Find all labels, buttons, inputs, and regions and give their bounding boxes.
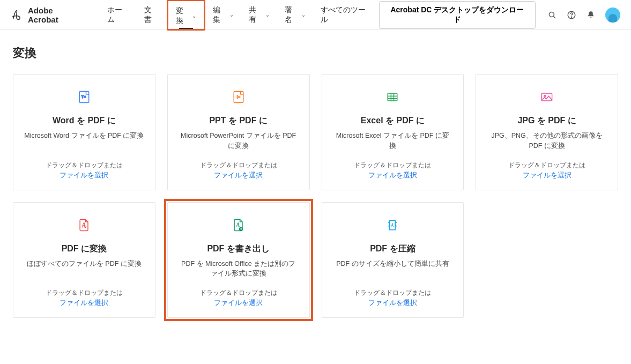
- card-to-pdf[interactable]: PDF に変換 ほぼすべてのファイルを PDF に変換 ドラッグ＆ドロップまたは…: [13, 202, 155, 318]
- nav-active-indicator: [179, 28, 193, 29]
- download-desktop-button[interactable]: Acrobat DC デスクトップをダウンロード: [379, 1, 536, 29]
- select-file-link[interactable]: ファイルを選択: [330, 171, 456, 180]
- card-jpg-to-pdf[interactable]: JPG を PDF に JPG、PNG、その他の形式の画像を PDF に変換 ド…: [476, 74, 618, 190]
- brand-name: Adobe Acrobat: [28, 6, 84, 24]
- nav-share[interactable]: 共有⌄: [241, 1, 277, 29]
- card-desc: ほぼすべてのファイルを PDF に変換: [21, 259, 147, 269]
- card-ppt-to-pdf[interactable]: PPT を PDF に Microsoft PowerPoint ファイルを P…: [167, 74, 310, 190]
- chevron-down-icon: ⌄: [265, 12, 270, 18]
- svg-line-1: [553, 16, 555, 18]
- card-title: PPT を PDF に: [175, 115, 302, 127]
- card-title: PDF に変換: [21, 243, 147, 255]
- chevron-down-icon: ⌄: [301, 12, 306, 18]
- drag-hint: ドラッグ＆ドロップまたは: [330, 161, 456, 170]
- svg-point-3: [571, 17, 571, 17]
- drag-hint: ドラッグ＆ドロップまたは: [21, 161, 147, 170]
- acrobat-logo-icon: [11, 9, 23, 21]
- drag-hint: ドラッグ＆ドロップまたは: [484, 161, 610, 170]
- top-bar: Adobe Acrobat ホーム 文書 変換 ⌄ 編集⌄ 共有⌄ 署名⌄ すべ…: [0, 0, 631, 30]
- chevron-down-icon: ⌄: [192, 13, 196, 19]
- tool-grid: T≡ Word を PDF に Microsoft Word ファイルを PDF…: [13, 74, 618, 318]
- card-export-pdf[interactable]: PDF を書き出し PDF を Microsoft Office または別のファ…: [167, 202, 310, 318]
- nav-convert[interactable]: 変換 ⌄: [169, 3, 203, 26]
- drag-hint: ドラッグ＆ドロップまたは: [21, 288, 147, 298]
- export-file-icon: [175, 214, 302, 236]
- svg-text:T≡: T≡: [81, 95, 86, 99]
- word-file-icon: T≡: [21, 86, 147, 108]
- select-file-link[interactable]: ファイルを選択: [21, 171, 147, 180]
- card-compress-pdf[interactable]: PDF を圧縮 PDF のサイズを縮小して簡単に共有 ドラッグ＆ドロップまたは …: [322, 202, 464, 318]
- select-file-link[interactable]: ファイルを選択: [484, 171, 610, 180]
- card-desc: JPG、PNG、その他の形式の画像を PDF に変換: [484, 131, 610, 151]
- card-word-to-pdf[interactable]: T≡ Word を PDF に Microsoft Word ファイルを PDF…: [13, 74, 155, 190]
- card-title: Excel を PDF に: [330, 115, 456, 127]
- card-desc: Microsoft Excel ファイルを PDF に変換: [330, 131, 456, 151]
- page-content: 変換 T≡ Word を PDF に Microsoft Word ファイルを …: [0, 30, 631, 333]
- drag-hint: ドラッグ＆ドロップまたは: [175, 161, 302, 170]
- nav-documents[interactable]: 文書: [137, 1, 166, 29]
- drag-hint: ドラッグ＆ドロップまたは: [330, 288, 456, 298]
- search-icon[interactable]: [547, 10, 557, 20]
- card-title: PDF を圧縮: [330, 243, 456, 255]
- select-file-link[interactable]: ファイルを選択: [330, 299, 456, 308]
- page-title: 変換: [13, 45, 618, 61]
- help-icon[interactable]: [567, 10, 576, 20]
- select-file-link[interactable]: ファイルを選択: [175, 171, 302, 180]
- topbar-actions: [547, 8, 620, 23]
- brand: Adobe Acrobat: [11, 6, 84, 24]
- bell-icon[interactable]: [586, 10, 596, 20]
- svg-marker-7: [237, 95, 240, 98]
- empty-cell: [476, 202, 618, 318]
- svg-rect-8: [388, 93, 398, 101]
- card-desc: Microsoft Word ファイルを PDF に変換: [21, 131, 147, 141]
- card-desc: PDF を Microsoft Office または別のファイル形式に変換: [175, 259, 302, 279]
- card-title: PDF を書き出し: [175, 243, 302, 255]
- compress-file-icon: [330, 214, 456, 236]
- ppt-file-icon: [175, 86, 302, 108]
- svg-point-14: [544, 95, 546, 98]
- excel-file-icon: [330, 86, 456, 108]
- card-export-pdf-highlight: PDF を書き出し PDF を Microsoft Office または別のファ…: [167, 202, 310, 318]
- drag-hint: ドラッグ＆ドロップまたは: [175, 288, 302, 298]
- pdf-file-icon: [21, 214, 147, 236]
- main-nav: ホーム 文書 変換 ⌄ 編集⌄ 共有⌄ 署名⌄ すべてのツール: [100, 0, 378, 31]
- nav-home[interactable]: ホーム: [100, 1, 137, 29]
- nav-convert-highlight: 変換 ⌄: [167, 0, 205, 31]
- image-file-icon: [484, 86, 610, 108]
- avatar[interactable]: [605, 8, 620, 23]
- select-file-link[interactable]: ファイルを選択: [21, 299, 147, 308]
- card-title: Word を PDF に: [21, 115, 147, 127]
- chevron-down-icon: ⌄: [229, 12, 234, 18]
- select-file-link[interactable]: ファイルを選択: [175, 299, 302, 308]
- svg-rect-13: [542, 93, 552, 101]
- card-title: JPG を PDF に: [484, 115, 610, 127]
- nav-all-tools[interactable]: すべてのツール: [313, 1, 379, 29]
- card-desc: Microsoft PowerPoint ファイルを PDF に変換: [175, 131, 302, 151]
- nav-edit[interactable]: 編集⌄: [205, 1, 241, 29]
- card-excel-to-pdf[interactable]: Excel を PDF に Microsoft Excel ファイルを PDF …: [322, 74, 464, 190]
- card-desc: PDF のサイズを縮小して簡単に共有: [330, 259, 456, 269]
- svg-point-0: [549, 12, 554, 17]
- nav-sign[interactable]: 署名⌄: [277, 1, 313, 29]
